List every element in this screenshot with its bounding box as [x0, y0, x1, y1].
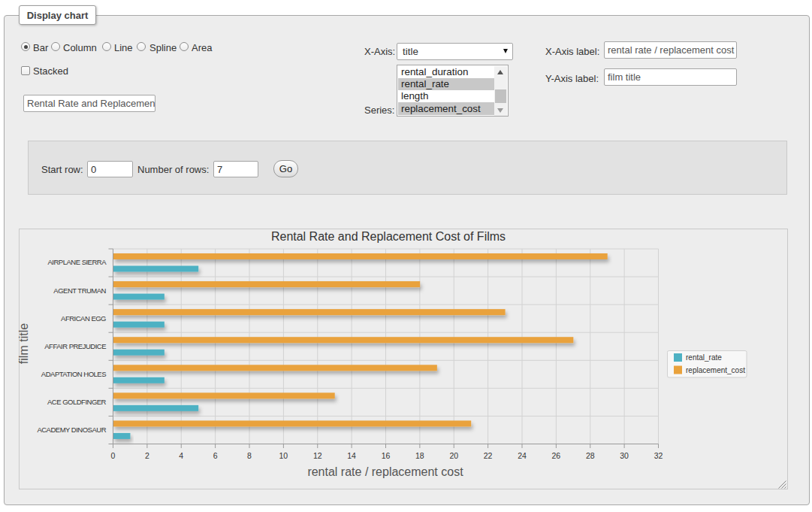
svg-text:ADAPTATION HOLES: ADAPTATION HOLES	[41, 370, 106, 378]
svg-text:24: 24	[518, 451, 527, 460]
svg-text:AIRPLANE SIERRA: AIRPLANE SIERRA	[48, 258, 107, 266]
svg-text:AFFAIR PREJUDICE: AFFAIR PREJUDICE	[44, 342, 106, 350]
svg-text:26: 26	[552, 451, 561, 460]
svg-text:16: 16	[382, 451, 391, 460]
svg-text:AFRICAN EGG: AFRICAN EGG	[61, 314, 106, 323]
svg-text:film title: film title	[17, 323, 30, 364]
svg-text:AGENT TRUMAN: AGENT TRUMAN	[53, 286, 106, 295]
svg-text:22: 22	[484, 451, 493, 460]
svg-text:32: 32	[654, 451, 663, 460]
svg-text:20: 20	[449, 451, 458, 460]
svg-text:ACE GOLDFINGER: ACE GOLDFINGER	[47, 398, 107, 406]
svg-text:6: 6	[213, 451, 218, 460]
svg-text:rental rate / replacement cost: rental rate / replacement cost	[307, 465, 463, 478]
svg-text:18: 18	[415, 451, 424, 460]
svg-text:14: 14	[347, 451, 356, 460]
svg-text:replacement_cost: replacement_cost	[686, 366, 745, 374]
svg-text:30: 30	[620, 451, 629, 460]
svg-text:10: 10	[279, 451, 288, 460]
svg-text:2: 2	[145, 451, 149, 460]
svg-text:ACADEMY DINOSAUR: ACADEMY DINOSAUR	[37, 426, 106, 434]
svg-text:8: 8	[247, 451, 252, 460]
svg-text:rental_rate: rental_rate	[686, 353, 722, 362]
svg-text:0: 0	[111, 451, 116, 460]
svg-text:28: 28	[586, 451, 595, 460]
svg-text:Rental Rate and Replacement Co: Rental Rate and Replacement Cost of Film…	[271, 230, 506, 243]
svg-text:4: 4	[179, 451, 183, 460]
svg-text:12: 12	[313, 451, 322, 460]
